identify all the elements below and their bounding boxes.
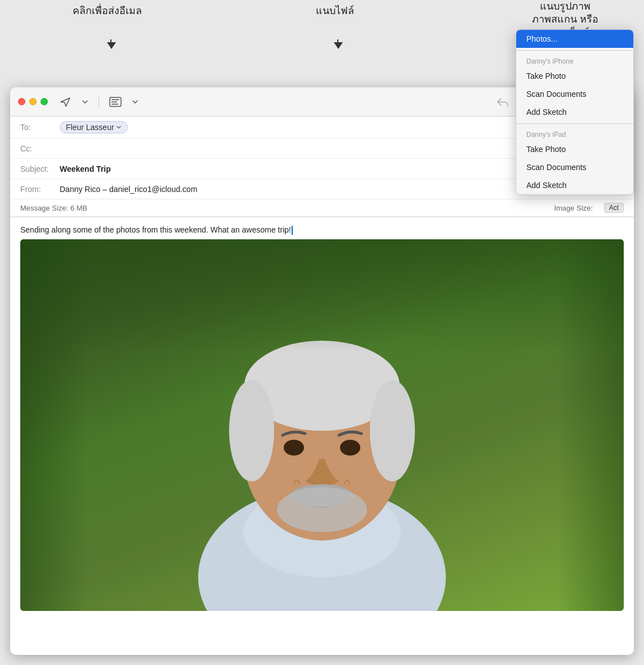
device1-take-photo-item[interactable]: Take Photo xyxy=(516,67,633,85)
reply-button[interactable] xyxy=(494,94,511,110)
size-row: Message Size: 6 MB Image Size: Act xyxy=(10,199,634,217)
foliage-overlay-right xyxy=(556,239,624,611)
foliage-overlay-top xyxy=(20,239,624,352)
toolbar-separator-1 xyxy=(99,96,99,108)
photo-attachment xyxy=(20,239,624,611)
to-recipient-name: Fleur Lasseur xyxy=(66,123,114,132)
svg-point-20 xyxy=(277,487,367,532)
chevron-down-icon-2 xyxy=(132,99,138,105)
from-value: Danny Rico – daniel_rico1@icloud.com xyxy=(60,185,198,194)
device1-header: Danny's iPhone xyxy=(516,53,633,67)
mail-body: Sending along some of the photos from th… xyxy=(10,217,634,655)
maximize-button[interactable] xyxy=(41,98,48,105)
minimize-button[interactable] xyxy=(29,98,37,105)
cc-label: Cc: xyxy=(20,144,60,153)
send-icon xyxy=(59,96,71,108)
subject-label: Subject: xyxy=(20,164,60,173)
menu-divider-2 xyxy=(516,123,633,124)
device1-scan-docs-item[interactable]: Scan Documents xyxy=(516,85,633,103)
mail-body-text: Sending along some of the photos from th… xyxy=(20,225,291,234)
attach-arrow-icon xyxy=(334,42,343,49)
note-format-button[interactable] xyxy=(107,95,124,109)
device2-header: Danny's iPad xyxy=(516,126,633,140)
close-button[interactable] xyxy=(18,98,25,105)
send-options-button[interactable] xyxy=(79,96,91,108)
device2-scan-docs-item[interactable]: Scan Documents xyxy=(516,158,633,176)
image-size: Image Size: Act xyxy=(554,203,624,213)
reply-icon xyxy=(497,96,509,108)
format-options-button[interactable] xyxy=(129,96,141,108)
send-button[interactable] xyxy=(57,93,74,110)
to-label: To: xyxy=(20,123,60,132)
svg-point-16 xyxy=(370,380,415,481)
photo-dropdown-menu: Photos... Danny's iPhone Take Photo Scan… xyxy=(516,29,634,195)
foliage-overlay-left xyxy=(20,239,88,611)
attach-annotation-label: แนบไฟล์ xyxy=(298,5,372,17)
send-arrow-icon xyxy=(107,42,116,49)
mail-text-area[interactable]: Sending along some of the photos from th… xyxy=(10,217,634,239)
to-recipient-chip[interactable]: Fleur Lasseur xyxy=(60,121,128,133)
svg-point-15 xyxy=(229,380,274,481)
photos-menu-item[interactable]: Photos... xyxy=(516,30,633,48)
text-cursor xyxy=(292,226,293,235)
from-label: From: xyxy=(20,185,60,194)
device2-add-sketch-item[interactable]: Add Sketch xyxy=(516,176,633,194)
subject-value[interactable]: Weekend Trip xyxy=(60,164,111,173)
send-annotation-label: คลิกเพื่อส่งอีเมล xyxy=(62,5,152,17)
dropdown-chevron-icon xyxy=(116,124,122,130)
device1-add-sketch-item[interactable]: Add Sketch xyxy=(516,103,633,121)
message-size: Message Size: 6 MB xyxy=(20,204,554,212)
image-size-button[interactable]: Act xyxy=(604,203,624,213)
traffic-lights xyxy=(18,98,48,105)
menu-divider-1 xyxy=(516,50,633,51)
svg-point-17 xyxy=(284,440,304,456)
attach-arrow-line xyxy=(337,39,338,42)
send-arrow-line xyxy=(110,39,111,42)
chevron-down-icon xyxy=(82,99,88,105)
note-icon xyxy=(109,97,122,107)
device2-take-photo-item[interactable]: Take Photo xyxy=(516,140,633,158)
svg-point-18 xyxy=(340,440,360,456)
